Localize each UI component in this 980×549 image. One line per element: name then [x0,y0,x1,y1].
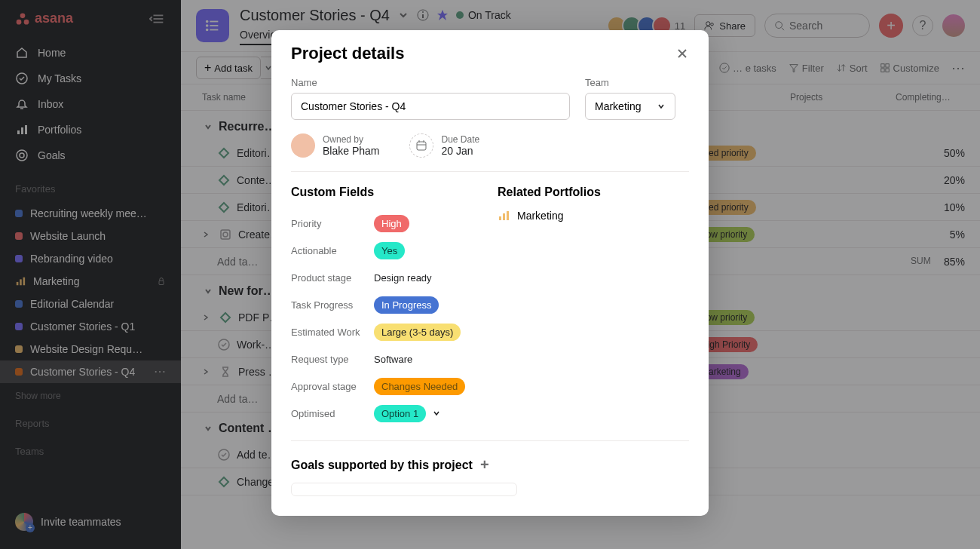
custom-field-pill: Option 1 [374,405,426,422]
custom-field-pill: Large (3-5 days) [374,324,461,341]
custom-field-value: Design ready [374,272,432,284]
due-date-label: Due Date [441,134,479,145]
custom-field-row[interactable]: Approval stageChanges Needed [291,373,482,400]
custom-field-label: Priority [291,218,374,229]
bars-icon [498,210,510,222]
add-goal-button[interactable]: + [480,456,489,474]
close-icon[interactable] [675,47,689,60]
chevron-down-icon [657,102,666,111]
custom-field-row[interactable]: ActionableYes [291,237,482,264]
team-label: Team [585,77,675,88]
custom-field-pill: In Progress [374,296,439,314]
custom-field-label: Approval stage [291,381,374,392]
related-portfolios-heading: Related Portfolios [498,186,689,199]
owner-avatar [291,133,315,158]
related-portfolio-label: Marketing [517,210,563,222]
custom-field-row[interactable]: Estimated WorkLarge (3-5 days) [291,318,482,345]
custom-field-label: Estimated Work [291,327,374,338]
custom-fields-heading: Custom Fields [291,186,482,199]
custom-field-row[interactable]: Request typeSoftware [291,345,482,373]
related-portfolio-item[interactable]: Marketing [498,210,689,222]
owned-by-label: Owned by [323,134,379,145]
modal-title: Project details [291,44,404,63]
goals-placeholder [291,483,517,496]
owner-name: Blake Pham [323,145,379,157]
due-date-value: 20 Jan [441,145,479,157]
svg-rect-54 [499,216,501,220]
custom-field-row[interactable]: OptimisedOption 1 [291,400,482,427]
custom-field-label: Product stage [291,272,374,284]
custom-field-row[interactable]: PriorityHigh [291,210,482,237]
custom-field-label: Optimised [291,408,374,419]
custom-field-row[interactable]: Task ProgressIn Progress [291,291,482,318]
chevron-down-icon[interactable] [432,409,441,418]
name-label: Name [291,77,570,88]
svg-rect-55 [503,213,505,220]
custom-field-pill: High [374,215,409,232]
custom-field-label: Request type [291,354,374,365]
custom-field-label: Actionable [291,245,374,256]
team-value: Marketing [595,100,641,112]
custom-field-label: Task Progress [291,299,374,311]
custom-field-pill: Changes Needed [374,378,465,395]
custom-field-value: Software [374,354,412,365]
custom-field-row[interactable]: Product stageDesign ready [291,264,482,291]
project-details-modal: Project details Name Team Marketing Owne… [271,30,709,516]
due-date-field[interactable]: Due Date 20 Jan [409,133,479,158]
owner-field[interactable]: Owned by Blake Pham [291,133,379,158]
team-select[interactable]: Marketing [585,93,675,120]
goals-heading: Goals supported by this project [291,459,473,472]
calendar-icon [409,133,433,158]
svg-rect-50 [417,142,426,150]
custom-field-pill: Yes [374,242,405,259]
svg-rect-56 [507,211,509,220]
project-name-input[interactable] [291,93,570,120]
